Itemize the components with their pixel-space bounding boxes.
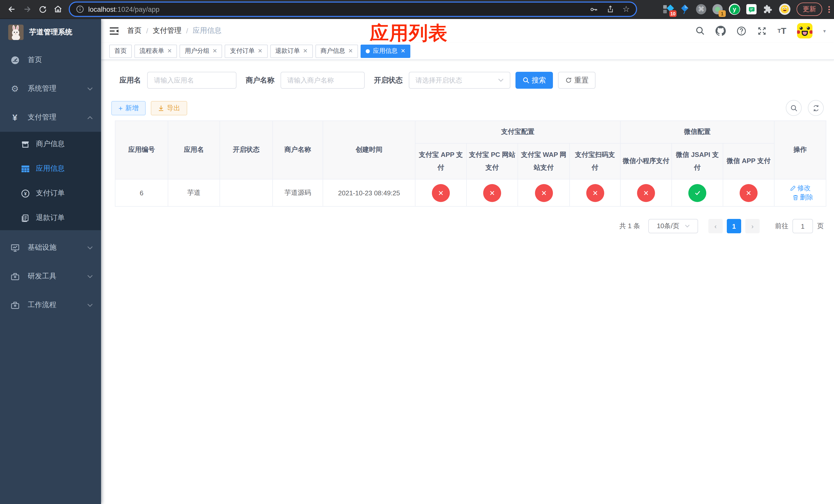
refresh-table-button[interactable] xyxy=(808,100,824,116)
key-icon xyxy=(589,5,598,14)
app-title: 芋道管理系统 xyxy=(29,28,72,37)
tab-app-info[interactable]: 应用信息✕ xyxy=(360,44,410,58)
share-button[interactable] xyxy=(606,5,614,13)
sidebar-item-system[interactable]: ⚙ 系统管理 xyxy=(0,74,101,103)
show-search-button[interactable] xyxy=(786,100,802,116)
search-button[interactable] xyxy=(696,26,705,36)
profile-avatar-icon[interactable] xyxy=(779,4,790,15)
briefcase-icon xyxy=(10,272,20,281)
delete-button[interactable]: 删除 xyxy=(792,193,813,202)
current-page[interactable]: 1 xyxy=(727,219,741,233)
cross-status-icon xyxy=(535,184,553,202)
sidebar-item-app-info[interactable]: 应用信息 xyxy=(0,156,101,181)
cell-open-status xyxy=(220,179,272,206)
sidebar-item-merchant-info[interactable]: 商户信息 xyxy=(0,132,101,156)
table-row: 6 芋道 芋道源码 2021-10-23 08:49:25 xyxy=(115,179,826,206)
sidebar-logo-row[interactable]: 芋道管理系统 xyxy=(0,19,101,46)
close-icon[interactable]: ✕ xyxy=(258,48,262,54)
export-button[interactable]: 导出 xyxy=(151,101,187,115)
home-icon xyxy=(53,5,63,14)
search-button-form[interactable]: 搜索 xyxy=(515,72,553,89)
grid-icon xyxy=(21,164,30,173)
merchant-name-label: 商户名称 xyxy=(246,76,275,85)
plus-icon: + xyxy=(118,104,123,112)
group-alipay-config: 支付宝配置 xyxy=(415,121,620,143)
close-icon[interactable]: ✕ xyxy=(212,48,217,54)
chevron-down-icon xyxy=(684,225,689,228)
monitor-icon xyxy=(10,243,20,252)
kebab-menu-icon[interactable] xyxy=(828,6,830,13)
user-avatar[interactable] xyxy=(797,23,812,39)
breadcrumb-payment[interactable]: 支付管理 xyxy=(153,26,181,36)
cross-status-icon xyxy=(740,184,758,202)
tab-process-form[interactable]: 流程表单✕ xyxy=(134,44,177,58)
next-page-button[interactable]: › xyxy=(745,219,760,233)
sidebar-item-dev-tools[interactable]: 研发工具 xyxy=(0,262,101,291)
back-button[interactable] xyxy=(4,2,20,17)
y-extension-icon[interactable]: y xyxy=(729,4,740,15)
cell-app-id: 6 xyxy=(115,179,168,206)
close-icon[interactable]: ✕ xyxy=(167,48,172,54)
col-action: 操作 xyxy=(774,121,826,179)
tab-payment-orders[interactable]: 支付订单✕ xyxy=(225,44,267,58)
tab-refund-orders[interactable]: 退款订单✕ xyxy=(270,44,313,58)
download-icon xyxy=(158,105,164,111)
kite-extension-icon[interactable] xyxy=(680,4,690,14)
close-icon[interactable]: ✕ xyxy=(303,48,307,54)
sidebar-item-payment[interactable]: ¥ 支付管理 xyxy=(0,103,101,132)
tab-groups-extension-icon[interactable]: 10 xyxy=(663,4,674,14)
col-merchant-name: 商户名称 xyxy=(272,121,323,179)
app-table: 应用编号 应用名 开启状态 商户名称 创建时间 支付宝配置 微信配置 操作 支付… xyxy=(115,120,826,207)
forward-button[interactable] xyxy=(20,2,35,17)
edit-button[interactable]: 修改 xyxy=(790,184,811,193)
sidebar-item-workflow[interactable]: 工作流程 xyxy=(0,291,101,319)
chat-extension-icon[interactable] xyxy=(746,4,756,14)
caret-down-icon[interactable]: ▾ xyxy=(823,28,826,33)
col-open-status: 开启状态 xyxy=(220,121,272,179)
status-label: 开启状态 xyxy=(374,76,403,85)
goto-page-input[interactable] xyxy=(792,219,813,233)
command-extension-icon[interactable]: ⌘ xyxy=(696,4,706,14)
extensions-puzzle-icon[interactable] xyxy=(763,4,773,14)
edit-icon xyxy=(790,185,796,191)
status-select[interactable]: 请选择开启状态 xyxy=(409,72,510,89)
tab-user-group[interactable]: 用户分组✕ xyxy=(179,44,222,58)
sidebar-item-infrastructure[interactable]: 基础设施 xyxy=(0,233,101,262)
dashboard-icon xyxy=(10,55,20,65)
github-button[interactable] xyxy=(716,26,726,36)
bookmark-star-icon[interactable]: ☆ xyxy=(622,5,630,13)
merchant-name-input[interactable] xyxy=(281,72,365,89)
sidebar-item-refund-orders[interactable]: 退款订单 xyxy=(0,206,101,230)
font-size-button[interactable]: TT xyxy=(777,26,786,35)
home-button[interactable] xyxy=(50,2,66,17)
close-icon[interactable]: ✕ xyxy=(401,48,405,54)
reset-button[interactable]: 重置 xyxy=(558,72,595,89)
group-wechat-config: 微信配置 xyxy=(620,121,774,143)
help-button[interactable] xyxy=(737,26,746,36)
page-size-select[interactable]: 10条/页 xyxy=(648,219,698,233)
col-alipay-pc: 支付宝 PC 网站支付 xyxy=(466,143,518,179)
page-info-icon[interactable] xyxy=(76,5,84,13)
cell-alipay-qr xyxy=(570,179,620,206)
sidebar-item-payment-orders[interactable]: ¥ 支付订单 xyxy=(0,181,101,206)
svg-text:¥: ¥ xyxy=(24,191,26,196)
key-button[interactable] xyxy=(589,5,598,14)
pagination: 共 1 条 10条/页 ‹ 1 › 前往 页 xyxy=(111,219,824,233)
chevron-down-icon xyxy=(87,87,93,91)
prev-page-button[interactable]: ‹ xyxy=(708,219,723,233)
update-button[interactable]: 更新 xyxy=(796,3,822,16)
fullscreen-button[interactable] xyxy=(757,26,767,36)
sidebar-item-home[interactable]: 首页 xyxy=(0,46,101,74)
briefcase-icon xyxy=(10,300,20,310)
add-button[interactable]: + 新增 xyxy=(111,101,146,115)
tab-merchant-info[interactable]: 商户信息✕ xyxy=(315,44,358,58)
breadcrumb-home[interactable]: 首页 xyxy=(127,26,141,36)
filter-form: 应用名 商户名称 开启状态 请选择开启状态 搜索 重置 xyxy=(111,72,824,89)
recorder-extension-icon[interactable]: 1 xyxy=(712,4,723,14)
tab-home[interactable]: 首页 xyxy=(109,44,132,58)
app-name-input[interactable] xyxy=(147,72,237,89)
reload-button[interactable] xyxy=(35,2,50,17)
url-bar[interactable]: localhost:1024/pay/app ☆ xyxy=(69,2,637,17)
close-icon[interactable]: ✕ xyxy=(348,48,353,54)
collapse-sidebar-button[interactable] xyxy=(109,26,119,35)
